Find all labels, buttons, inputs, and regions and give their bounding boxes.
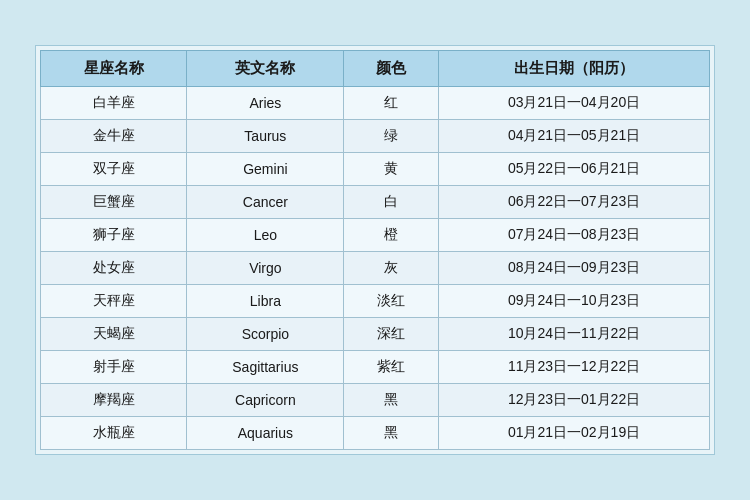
cell-chinese-name: 天秤座 xyxy=(41,285,187,318)
cell-english-name: Taurus xyxy=(187,120,344,153)
zodiac-table-container: 星座名称 英文名称 颜色 出生日期（阳历） 白羊座Aries红03月21日一04… xyxy=(35,45,715,455)
header-dates: 出生日期（阳历） xyxy=(439,51,710,87)
table-row: 水瓶座Aquarius黑01月21日一02月19日 xyxy=(41,417,710,450)
cell-english-name: Leo xyxy=(187,219,344,252)
header-color: 颜色 xyxy=(344,51,439,87)
cell-chinese-name: 水瓶座 xyxy=(41,417,187,450)
table-row: 射手座Sagittarius紫红11月23日一12月22日 xyxy=(41,351,710,384)
table-row: 双子座Gemini黄05月22日一06月21日 xyxy=(41,153,710,186)
cell-english-name: Gemini xyxy=(187,153,344,186)
cell-english-name: Capricorn xyxy=(187,384,344,417)
cell-color: 绿 xyxy=(344,120,439,153)
cell-chinese-name: 巨蟹座 xyxy=(41,186,187,219)
cell-color: 黑 xyxy=(344,417,439,450)
table-row: 摩羯座Capricorn黑12月23日一01月22日 xyxy=(41,384,710,417)
cell-dates: 04月21日一05月21日 xyxy=(439,120,710,153)
cell-dates: 05月22日一06月21日 xyxy=(439,153,710,186)
header-chinese-name: 星座名称 xyxy=(41,51,187,87)
table-row: 天秤座Libra淡红09月24日一10月23日 xyxy=(41,285,710,318)
table-row: 金牛座Taurus绿04月21日一05月21日 xyxy=(41,120,710,153)
cell-dates: 06月22日一07月23日 xyxy=(439,186,710,219)
table-row: 处女座Virgo灰08月24日一09月23日 xyxy=(41,252,710,285)
table-row: 狮子座Leo橙07月24日一08月23日 xyxy=(41,219,710,252)
cell-english-name: Scorpio xyxy=(187,318,344,351)
cell-chinese-name: 天蝎座 xyxy=(41,318,187,351)
cell-chinese-name: 金牛座 xyxy=(41,120,187,153)
header-english-name: 英文名称 xyxy=(187,51,344,87)
cell-chinese-name: 处女座 xyxy=(41,252,187,285)
cell-color: 深红 xyxy=(344,318,439,351)
cell-color: 黑 xyxy=(344,384,439,417)
cell-chinese-name: 摩羯座 xyxy=(41,384,187,417)
table-body: 白羊座Aries红03月21日一04月20日金牛座Taurus绿04月21日一0… xyxy=(41,87,710,450)
cell-dates: 12月23日一01月22日 xyxy=(439,384,710,417)
cell-color: 红 xyxy=(344,87,439,120)
cell-color: 紫红 xyxy=(344,351,439,384)
cell-english-name: Aries xyxy=(187,87,344,120)
cell-chinese-name: 双子座 xyxy=(41,153,187,186)
cell-color: 淡红 xyxy=(344,285,439,318)
cell-dates: 03月21日一04月20日 xyxy=(439,87,710,120)
cell-english-name: Cancer xyxy=(187,186,344,219)
cell-dates: 08月24日一09月23日 xyxy=(439,252,710,285)
cell-english-name: Libra xyxy=(187,285,344,318)
cell-dates: 09月24日一10月23日 xyxy=(439,285,710,318)
cell-color: 灰 xyxy=(344,252,439,285)
table-header-row: 星座名称 英文名称 颜色 出生日期（阳历） xyxy=(41,51,710,87)
cell-color: 白 xyxy=(344,186,439,219)
cell-english-name: Sagittarius xyxy=(187,351,344,384)
cell-dates: 11月23日一12月22日 xyxy=(439,351,710,384)
cell-dates: 10月24日一11月22日 xyxy=(439,318,710,351)
cell-dates: 01月21日一02月19日 xyxy=(439,417,710,450)
cell-color: 橙 xyxy=(344,219,439,252)
table-row: 白羊座Aries红03月21日一04月20日 xyxy=(41,87,710,120)
cell-chinese-name: 狮子座 xyxy=(41,219,187,252)
table-row: 巨蟹座Cancer白06月22日一07月23日 xyxy=(41,186,710,219)
cell-chinese-name: 射手座 xyxy=(41,351,187,384)
table-row: 天蝎座Scorpio深红10月24日一11月22日 xyxy=(41,318,710,351)
zodiac-table: 星座名称 英文名称 颜色 出生日期（阳历） 白羊座Aries红03月21日一04… xyxy=(40,50,710,450)
cell-english-name: Virgo xyxy=(187,252,344,285)
cell-english-name: Aquarius xyxy=(187,417,344,450)
cell-chinese-name: 白羊座 xyxy=(41,87,187,120)
cell-dates: 07月24日一08月23日 xyxy=(439,219,710,252)
cell-color: 黄 xyxy=(344,153,439,186)
